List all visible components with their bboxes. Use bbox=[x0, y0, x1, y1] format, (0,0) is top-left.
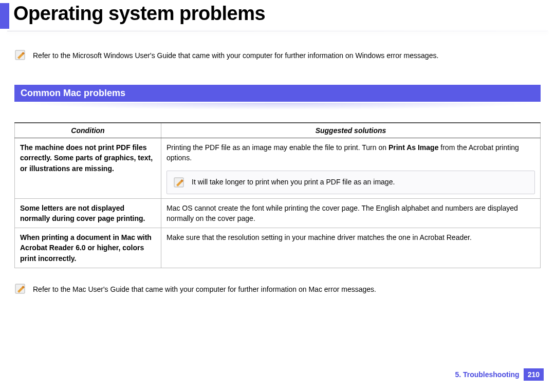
inner-note: It will take longer to print when you pr… bbox=[166, 171, 535, 194]
note-icon bbox=[173, 176, 186, 189]
note-icon bbox=[14, 49, 27, 61]
solution-cell: Printing the PDF file as an image may en… bbox=[161, 138, 541, 199]
solution-text-bold: Print As Image bbox=[388, 143, 439, 152]
section-heading-wrap: Common Mac problems bbox=[14, 85, 541, 110]
bottom-note-text: Refer to the Mac User's Guide that came … bbox=[33, 285, 376, 295]
solution-cell: Make sure that the resolution setting in… bbox=[161, 228, 541, 268]
page-footer: 5. Troubleshooting 210 bbox=[455, 368, 544, 381]
problems-table: Condition Suggested solutions The machin… bbox=[14, 122, 541, 268]
note-icon bbox=[14, 283, 27, 295]
page-title: Operating system problems bbox=[9, 3, 265, 29]
footer-page-number: 210 bbox=[524, 368, 544, 381]
table-row: The machine does not print PDF files cor… bbox=[15, 138, 541, 199]
col-condition: Condition bbox=[15, 123, 161, 138]
title-underline bbox=[7, 31, 548, 31]
col-solutions: Suggested solutions bbox=[161, 123, 541, 138]
top-note: Refer to the Microsoft Windows User's Gu… bbox=[14, 51, 541, 61]
footer-chapter: 5. Troubleshooting bbox=[455, 370, 519, 379]
title-bar: Operating system problems bbox=[0, 0, 555, 29]
condition-cell: The machine does not print PDF files cor… bbox=[15, 138, 161, 199]
title-accent bbox=[0, 3, 9, 29]
section-shadow bbox=[14, 103, 541, 110]
top-note-text: Refer to the Microsoft Windows User's Gu… bbox=[33, 51, 438, 61]
table-row: When printing a document in Mac with Acr… bbox=[15, 228, 541, 268]
inner-note-text: It will take longer to print when you pr… bbox=[192, 177, 395, 187]
solution-cell: Mac OS cannot create the font while prin… bbox=[161, 198, 541, 228]
section-heading: Common Mac problems bbox=[14, 85, 541, 102]
solution-text-pre: Printing the PDF file as an image may en… bbox=[166, 143, 388, 152]
table-row: Some letters are not displayed normally … bbox=[15, 198, 541, 228]
condition-cell: Some letters are not displayed normally … bbox=[15, 198, 161, 228]
condition-cell: When printing a document in Mac with Acr… bbox=[15, 228, 161, 268]
bottom-note: Refer to the Mac User's Guide that came … bbox=[14, 285, 541, 295]
